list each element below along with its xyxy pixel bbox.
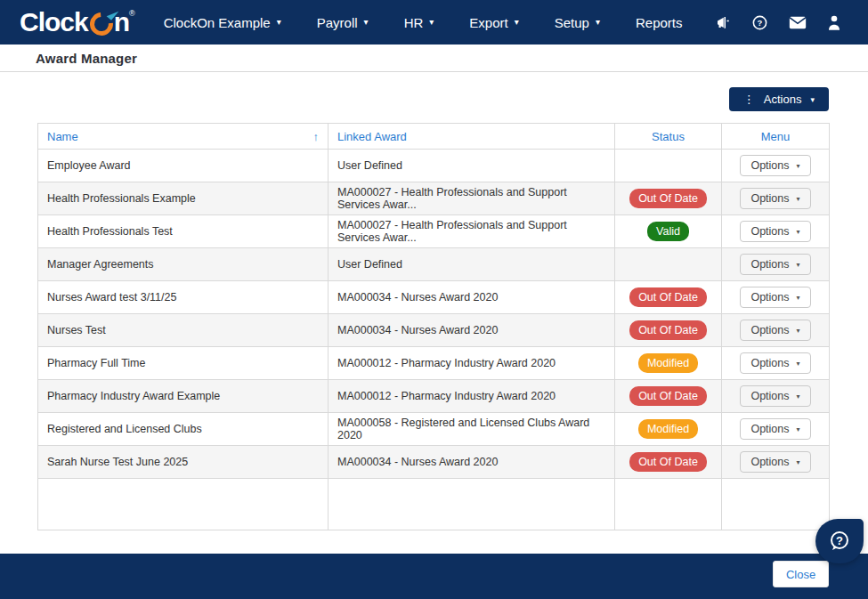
cell-status: Out Of Date	[615, 446, 722, 479]
cell-award-name: Manager Agreements	[38, 248, 329, 281]
nav-item-label: Reports	[636, 15, 683, 30]
options-button-label: Options	[750, 258, 789, 271]
cell-award-name: Nurses Award test 3/11/25	[38, 281, 329, 314]
status-badge: Out Of Date	[629, 189, 707, 208]
cell-menu: Options▾	[722, 380, 830, 413]
nav-item-label: HR	[404, 15, 424, 30]
clockon-logo[interactable]: Clock n ®	[20, 7, 135, 37]
options-button[interactable]: Options▾	[740, 451, 810, 473]
column-header-name[interactable]: Name ↑	[38, 124, 329, 150]
nav-icon-group: ?	[715, 14, 841, 31]
cell-award-name: Health Professionals Example	[38, 182, 329, 215]
table-row: Registered and Licensed ClubsMA000058 - …	[38, 413, 830, 446]
chevron-down-icon: ▾	[515, 18, 519, 27]
nav-item-reports[interactable]: Reports	[636, 15, 683, 30]
cell-menu: Options▾	[722, 182, 830, 215]
nav-item-export[interactable]: Export▾	[469, 15, 518, 30]
column-header-status[interactable]: Status	[615, 124, 722, 150]
options-button[interactable]: Options▾	[740, 320, 810, 341]
options-button[interactable]: Options▾	[740, 352, 810, 374]
actions-button-label: Actions	[764, 93, 802, 106]
table-row: Health Professionals TestMA000027 - Heal…	[38, 215, 830, 248]
award-table-container: Name ↑ Linked Award Status Menu Employee…	[37, 123, 829, 530]
logo-o-icon	[90, 12, 113, 36]
svg-text:?: ?	[758, 18, 763, 28]
top-navbar: Clock n ® ClockOn Example▾Payroll▾HR▾Exp…	[0, 0, 868, 45]
help-fab-button[interactable]: ?	[815, 519, 864, 563]
help-bubble-icon: ?	[827, 529, 852, 554]
options-button[interactable]: Options▾	[740, 385, 810, 407]
status-badge: Out Of Date	[629, 287, 707, 307]
cell-award-name: Pharmacy Full Time	[38, 347, 329, 380]
status-badge: Modified	[638, 419, 698, 439]
column-header-name-label: Name	[47, 130, 78, 143]
cell-linked-award	[329, 479, 615, 530]
cell-status	[615, 248, 722, 281]
table-row: Health Professionals ExampleMA000027 - H…	[38, 182, 830, 215]
close-button[interactable]: Close	[773, 561, 829, 587]
chevron-down-icon: ▾	[797, 393, 800, 401]
svg-text:?: ?	[836, 534, 843, 547]
chevron-down-icon: ▾	[797, 458, 800, 466]
cell-award-name	[38, 479, 329, 530]
announcement-icon[interactable]	[715, 14, 731, 30]
options-button-label: Options	[750, 456, 789, 468]
options-button-label: Options	[750, 225, 789, 238]
cell-linked-award: MA000034 - Nurses Award 2020	[329, 281, 615, 314]
status-badge: Out Of Date	[629, 452, 707, 472]
chevron-down-icon: ▾	[797, 261, 800, 269]
table-row: Pharmacy Full TimeMA000012 - Pharmacy In…	[38, 347, 830, 380]
status-badge: Out Of Date	[629, 320, 707, 340]
options-button-label: Options	[750, 357, 789, 369]
nav-item-payroll[interactable]: Payroll▾	[317, 15, 369, 30]
table-row	[38, 479, 830, 530]
options-button-label: Options	[750, 423, 789, 435]
cell-award-name: Pharmacy Industry Award Example	[38, 380, 329, 413]
options-button[interactable]: Options▾	[740, 254, 810, 275]
cell-status: Modified	[615, 413, 722, 446]
cell-menu: Options▾	[722, 248, 830, 281]
chevron-down-icon: ▾	[797, 195, 800, 203]
mail-icon[interactable]	[789, 16, 807, 29]
column-header-linked-award[interactable]: Linked Award	[329, 124, 615, 150]
cell-linked-award: User Defined	[329, 150, 615, 182]
page-header: Award Manager	[0, 45, 868, 72]
cell-award-name: Nurses Test	[38, 314, 329, 347]
nav-item-clockon-example[interactable]: ClockOn Example▾	[164, 15, 281, 30]
status-badge: Valid	[647, 222, 689, 241]
actions-button[interactable]: ⋮ Actions ▾	[729, 87, 829, 111]
chevron-down-icon: ▾	[797, 162, 800, 170]
cell-linked-award: MA000027 - Health Professionals and Supp…	[329, 182, 615, 215]
nav-item-label: ClockOn Example	[164, 15, 271, 30]
options-button[interactable]: Options▾	[740, 188, 810, 209]
cell-linked-award: MA000012 - Pharmacy Industry Award 2020	[329, 380, 615, 413]
table-row: Pharmacy Industry Award ExampleMA000012 …	[38, 380, 830, 413]
page-title: Award Manager	[36, 51, 137, 66]
cell-linked-award: MA000027 - Health Professionals and Supp…	[329, 215, 615, 248]
status-badge: Modified	[638, 353, 698, 373]
help-icon[interactable]: ?	[751, 14, 768, 31]
status-badge: Out Of Date	[629, 386, 707, 406]
nav-item-label: Export	[469, 15, 507, 30]
options-button-label: Options	[750, 291, 789, 304]
options-button-label: Options	[750, 390, 789, 402]
cell-status	[615, 150, 722, 182]
cell-status: Out Of Date	[615, 182, 722, 215]
cell-menu: Options▾	[722, 281, 830, 314]
column-header-menu[interactable]: Menu	[722, 124, 830, 150]
options-button[interactable]: Options▾	[740, 221, 810, 242]
user-icon[interactable]	[827, 14, 841, 30]
cell-linked-award: MA000034 - Nurses Award 2020	[329, 446, 615, 479]
cell-linked-award: MA000058 - Registered and Licensed Clubs…	[329, 413, 615, 446]
nav-item-hr[interactable]: HR▾	[404, 15, 434, 30]
chevron-down-icon: ▾	[797, 327, 800, 335]
cell-menu	[722, 479, 830, 530]
nav-item-setup[interactable]: Setup▾	[555, 15, 600, 30]
sort-ascending-icon[interactable]: ↑	[313, 130, 320, 143]
cell-status: Valid	[615, 215, 722, 248]
options-button[interactable]: Options▾	[740, 155, 810, 176]
options-button[interactable]: Options▾	[740, 287, 810, 308]
chevron-down-icon: ▾	[429, 18, 434, 27]
cell-menu: Options▾	[722, 215, 830, 248]
options-button[interactable]: Options▾	[740, 418, 810, 440]
